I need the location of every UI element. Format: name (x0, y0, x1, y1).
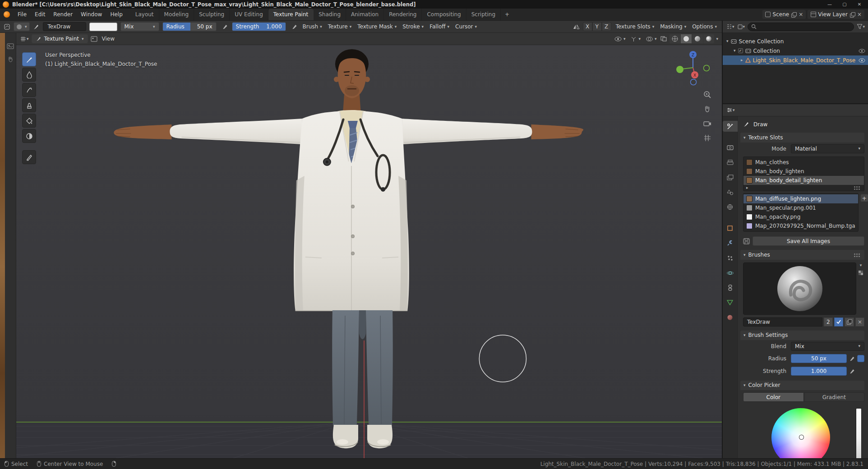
tab-shading[interactable]: Shading (314, 9, 346, 20)
blend-mode-dropdown[interactable]: Mix (120, 22, 159, 31)
outliner-row-doctor-object[interactable]: Light_Skin_Black_Male_Doctor_T_Pose (723, 55, 868, 65)
options-popover[interactable]: Options (691, 23, 718, 30)
paint-color-swatch[interactable] (89, 23, 117, 31)
display-mode-button[interactable] (737, 24, 745, 30)
collection-label[interactable]: Collection (753, 48, 856, 54)
cursor-popover[interactable]: Cursor (454, 23, 478, 30)
mirror-z-toggle[interactable]: Z (602, 22, 611, 31)
gizmos-popover[interactable] (629, 36, 642, 42)
stroke-popover[interactable]: Stroke (401, 23, 425, 30)
pan-tool-icon[interactable] (7, 55, 14, 63)
camera-view-button[interactable] (703, 119, 712, 128)
collection-checkbox[interactable]: ✓ (738, 48, 743, 53)
image-row-opacity[interactable]: Man_opacity.png (743, 212, 858, 221)
falloff-popover[interactable]: Falloff (428, 23, 451, 30)
annotate-tool-button[interactable] (22, 150, 36, 164)
tab-constraints[interactable] (723, 282, 738, 293)
canvas-image-icon[interactable] (91, 36, 97, 42)
brush-name-field[interactable]: TexDraw (43, 22, 86, 31)
shading-solid-button[interactable] (681, 34, 692, 43)
slot-row-man-body-lighten[interactable]: Man_body_lighten (743, 167, 864, 176)
brush-icon[interactable] (33, 23, 40, 30)
strength-slider[interactable]: Strength 1.000 (232, 22, 286, 31)
view-layer-selector[interactable]: View Layer (808, 10, 864, 19)
tab-particles[interactable] (723, 253, 738, 263)
menu-window[interactable]: Window (77, 9, 106, 20)
tab-animation[interactable]: Animation (346, 9, 384, 20)
brushes-panel-header[interactable]: Brushes (740, 250, 864, 259)
gizmo-y-axis[interactable] (676, 66, 683, 73)
tab-object-data[interactable] (723, 297, 738, 308)
xray-toggle[interactable] (660, 36, 667, 41)
fake-user-toggle[interactable] (834, 317, 843, 326)
visibility-popover[interactable] (613, 37, 627, 41)
brush-popover[interactable]: Brush (301, 23, 323, 30)
color-tab[interactable]: Color (743, 392, 804, 402)
mirror-y-toggle[interactable]: Y (592, 22, 602, 31)
outliner-row-scene-collection[interactable]: Scene Collection (723, 37, 868, 46)
unlink-scene-icon[interactable] (799, 12, 803, 17)
tab-rendering[interactable]: Rendering (384, 9, 422, 20)
editor-type-button[interactable] (20, 36, 29, 42)
draw-tool-button[interactable] (22, 52, 36, 66)
smear-tool-button[interactable] (22, 83, 36, 97)
brush-datablock-selector[interactable] (14, 22, 30, 31)
pack-images-icon[interactable] (743, 238, 750, 244)
object-label[interactable]: Light_Skin_Black_Male_Doctor_T_Pose (753, 57, 856, 64)
move-view-button[interactable] (703, 104, 712, 113)
outliner-editor-type-button[interactable] (726, 23, 734, 30)
slot-row-man-body-detail-lighten[interactable]: Man_body_detail_lighten (743, 176, 864, 185)
tab-output[interactable] (723, 157, 738, 168)
viewport-3d-scene[interactable] (16, 45, 722, 458)
gradient-tab[interactable]: Gradient (804, 392, 865, 402)
radius-slider[interactable]: Radius 50 px (162, 22, 217, 31)
tab-scripting[interactable]: Scripting (466, 9, 501, 20)
image-row-diffuse[interactable]: Man_diffuse_lighten.png (743, 194, 858, 203)
texture-popover[interactable]: Texture (327, 23, 353, 30)
tab-layout[interactable]: Layout (130, 9, 159, 20)
clone-tool-button[interactable] (22, 98, 36, 112)
value-slider[interactable] (856, 408, 862, 458)
minimize-button[interactable]: — (824, 1, 836, 8)
tab-modeling[interactable]: Modeling (159, 9, 194, 20)
image-row-specular[interactable]: Man_specular.png.001 (743, 203, 858, 212)
outliner-row-collection[interactable]: ✓ Collection (723, 46, 868, 55)
maximize-button[interactable]: ▢ (839, 1, 850, 8)
shading-wireframe-button[interactable] (669, 34, 680, 43)
strength-slider[interactable]: 1.000 (791, 367, 847, 376)
color-wheel[interactable] (771, 408, 830, 458)
menu-render[interactable]: Render (49, 9, 77, 20)
app-menu-button[interactable] (0, 9, 14, 20)
image-tool-icon[interactable] (7, 43, 14, 50)
overlays-popover[interactable] (645, 37, 658, 41)
radius-pressure-icon[interactable] (222, 23, 229, 30)
tab-render[interactable] (723, 142, 738, 153)
brush-settings-panel-header[interactable]: Brush Settings (740, 331, 864, 340)
strength-pressure-icon[interactable] (849, 368, 856, 375)
list-resize-grip[interactable] (854, 186, 861, 190)
tab-world[interactable] (723, 202, 738, 212)
tab-compositing[interactable]: Compositing (422, 9, 466, 20)
filter-button[interactable] (857, 24, 865, 29)
shading-popover-chevron-icon[interactable] (716, 34, 718, 43)
duplicate-brush-button[interactable] (845, 317, 854, 326)
viewport-3d[interactable]: Texture Paint View (16, 33, 722, 458)
save-all-images-button[interactable]: Save All Images (753, 236, 864, 246)
image-row-normal-bump[interactable]: Map_2070297925_Normal_Bump.tga (743, 221, 858, 230)
gizmo-y-negative-axis[interactable] (704, 65, 710, 71)
tab-tool[interactable] (723, 121, 738, 132)
mode-dropdown[interactable]: Texture Paint (32, 34, 88, 43)
brush-preview-dropdown-icon[interactable] (860, 263, 862, 267)
gizmo-z-negative-axis[interactable] (691, 79, 697, 85)
menu-edit[interactable]: Edit (31, 9, 49, 20)
shading-rendered-button[interactable] (703, 34, 714, 43)
properties-editor-type-button[interactable] (726, 107, 735, 113)
menu-file[interactable]: File (14, 9, 31, 20)
tab-scene[interactable] (723, 187, 738, 198)
texture-slots-panel-header[interactable]: Texture Slots (740, 133, 864, 142)
list-expand-icon[interactable] (746, 186, 748, 190)
soften-tool-button[interactable] (22, 68, 36, 82)
tab-modifiers[interactable] (723, 238, 738, 248)
tab-physics[interactable] (723, 267, 738, 278)
menu-help[interactable]: Help (106, 9, 126, 20)
